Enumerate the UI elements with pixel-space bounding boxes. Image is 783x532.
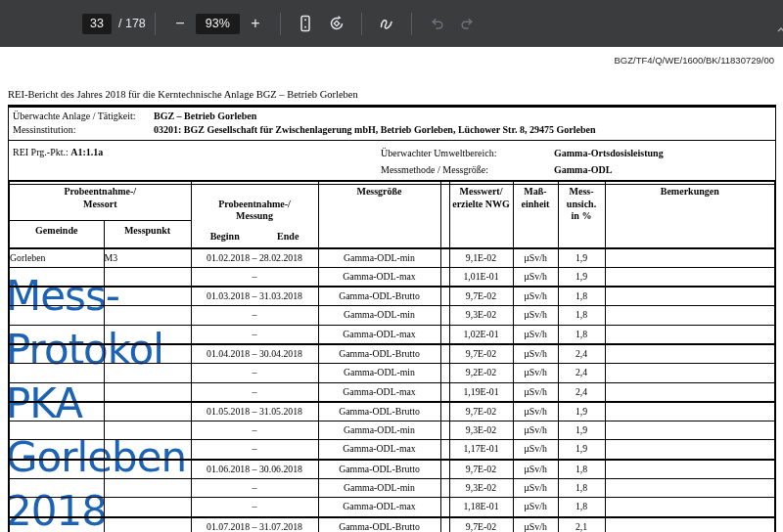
redo-button[interactable] bbox=[455, 11, 481, 36]
cell-gemeinde bbox=[9, 382, 104, 402]
anlage-label: Überwachte Anlage / Tätigkeit: bbox=[13, 110, 154, 123]
cell-messwert: 9,3E-02 bbox=[449, 421, 513, 440]
cell-gemeinde bbox=[9, 479, 104, 498]
cell-zeitraum: – bbox=[191, 421, 318, 440]
zoom-out-button[interactable]: − bbox=[167, 11, 193, 36]
rotate-button[interactable] bbox=[324, 11, 349, 36]
header-spacer bbox=[440, 181, 449, 248]
cell-bemerkung bbox=[605, 402, 775, 421]
undo-button[interactable] bbox=[424, 11, 449, 36]
facility-info-box: Überwachte Anlage / Tätigkeit: BGZ – Bet… bbox=[8, 105, 776, 185]
cell-zeitraum: – bbox=[191, 325, 318, 344]
cell-messpunkt bbox=[104, 306, 191, 325]
table-row: –Gamma-ODL-max1,19E-01µSv/h2,4 bbox=[9, 382, 775, 402]
header-bemerkungen: Bemerkungen bbox=[605, 181, 775, 248]
header-messunsicherheit: Mess- unsich. in % bbox=[558, 181, 605, 248]
cell-unsicherheit: 1,9 bbox=[558, 402, 605, 421]
cell-messwert: 9,2E-02 bbox=[449, 364, 513, 382]
cell-bemerkung bbox=[605, 248, 775, 268]
cell-unsicherheit: 2,1 bbox=[558, 517, 605, 532]
cell-unsicherheit: 1,9 bbox=[558, 440, 605, 460]
cell-bemerkung bbox=[605, 267, 775, 287]
cell-einheit: µSv/h bbox=[513, 344, 558, 364]
cell-messwert: 1,18E-01 bbox=[449, 498, 513, 517]
pdf-toolbar: / 178 − + bbox=[0, 0, 783, 47]
cell-einheit: µSv/h bbox=[513, 382, 558, 402]
page-number-input[interactable] bbox=[82, 14, 112, 34]
toolbar-divider bbox=[280, 13, 281, 35]
cell-unsicherheit: 1,8 bbox=[558, 460, 605, 479]
cell-bemerkung bbox=[605, 517, 775, 532]
cell-messwert: 9,7E-02 bbox=[449, 402, 513, 421]
cell-unsicherheit: 2,4 bbox=[558, 344, 605, 364]
cell-zeitraum: – bbox=[191, 267, 318, 287]
cell-bemerkung bbox=[605, 421, 775, 440]
messmethode-value: Gamma-ODL bbox=[554, 161, 612, 178]
cell-messgroesse: Gamma-ODL-Brutto bbox=[318, 517, 440, 532]
cell-gap bbox=[440, 460, 449, 479]
header-messpunkt: Messpunkt bbox=[104, 221, 191, 248]
cell-gemeinde bbox=[9, 402, 104, 421]
zoom-level-input[interactable] bbox=[196, 14, 240, 34]
cell-bemerkung bbox=[605, 440, 775, 460]
cell-bemerkung bbox=[605, 498, 775, 517]
cell-gemeinde bbox=[9, 460, 104, 479]
cell-gemeinde: Gorleben bbox=[9, 248, 104, 268]
cell-gemeinde bbox=[9, 344, 104, 364]
cell-gap bbox=[440, 402, 449, 421]
cell-messwert: 9,7E-02 bbox=[449, 287, 513, 306]
cell-messgroesse: Gamma-ODL-max bbox=[318, 325, 440, 344]
cell-zeitraum: 01.02.2018 – 28.02.2018 bbox=[191, 248, 318, 268]
table-row: –Gamma-ODL-max1,17E-01µSv/h1,9 bbox=[9, 440, 775, 460]
cell-zeitraum: – bbox=[191, 479, 318, 498]
cell-messpunkt bbox=[104, 517, 191, 532]
header-beginn: Beginn bbox=[210, 231, 240, 244]
cell-bemerkung bbox=[605, 364, 775, 382]
cell-messwert: 9,1E-02 bbox=[449, 248, 513, 268]
cell-zeitraum: – bbox=[191, 498, 318, 517]
table-row: GorlebenM301.02.2018 – 28.02.2018Gamma-O… bbox=[9, 248, 775, 268]
cell-gap bbox=[440, 267, 449, 287]
cell-messpunkt bbox=[104, 364, 191, 382]
cell-zeitraum: 01.03.2018 – 31.03.2018 bbox=[191, 287, 318, 306]
cell-zeitraum: 01.07.2018 – 31.07.2018 bbox=[191, 517, 318, 532]
measurement-table-wrap: Probeentnahme-/ Messort Probeentnahme-/ … bbox=[8, 180, 776, 532]
table-row: –Gamma-ODL-max1,02E-01µSv/h1,8 bbox=[9, 325, 775, 344]
cell-zeitraum: – bbox=[191, 364, 318, 382]
anlage-value: BGZ – Betrieb Gorleben bbox=[154, 110, 256, 123]
cell-einheit: µSv/h bbox=[513, 267, 558, 287]
cell-messgroesse: Gamma-ODL-min bbox=[318, 421, 440, 440]
cell-unsicherheit: 1,9 bbox=[558, 248, 605, 268]
cell-messgroesse: Gamma-ODL-min bbox=[318, 306, 440, 325]
cell-messpunkt bbox=[104, 460, 191, 479]
cell-einheit: µSv/h bbox=[513, 460, 558, 479]
table-row: –Gamma-ODL-max1,01E-01µSv/h1,9 bbox=[9, 267, 775, 287]
cell-messgroesse: Gamma-ODL-Brutto bbox=[318, 402, 440, 421]
cell-gap bbox=[440, 498, 449, 517]
cell-messpunkt bbox=[104, 421, 191, 440]
cell-messwert: 9,7E-02 bbox=[449, 460, 513, 479]
cell-unsicherheit: 1,8 bbox=[558, 306, 605, 325]
messinstitution-value: 03201: BGZ Gesellschaft für Zwischenlage… bbox=[154, 123, 595, 137]
cell-messpunkt bbox=[104, 402, 191, 421]
fit-to-page-button[interactable] bbox=[293, 11, 318, 36]
cell-bemerkung bbox=[605, 325, 775, 344]
cell-zeitraum: – bbox=[191, 440, 318, 460]
cell-einheit: µSv/h bbox=[513, 325, 558, 344]
undo-icon bbox=[424, 14, 449, 33]
cell-einheit: µSv/h bbox=[513, 517, 558, 532]
header-probeentnahme-messung: Probeentnahme-/ Messung Beginn Ende bbox=[191, 181, 318, 248]
cell-bemerkung bbox=[605, 460, 775, 479]
cell-messgroesse: Gamma-ODL-max bbox=[318, 382, 440, 402]
table-row: –Gamma-ODL-min9,3E-02µSv/h1,9 bbox=[9, 421, 775, 440]
annotate-button[interactable] bbox=[374, 11, 399, 36]
cell-einheit: µSv/h bbox=[513, 306, 558, 325]
rotate-counterclockwise-icon bbox=[324, 14, 349, 33]
cell-gap bbox=[440, 364, 449, 382]
cell-gap bbox=[440, 440, 449, 460]
cell-zeitraum: – bbox=[191, 382, 318, 402]
redo-icon bbox=[455, 14, 481, 33]
zoom-in-button[interactable]: + bbox=[243, 11, 268, 36]
rei-prg-pkt-value: A1:1.1a bbox=[70, 147, 103, 157]
umweltbereich-label: Überwachter Umweltbereich: bbox=[381, 145, 554, 161]
